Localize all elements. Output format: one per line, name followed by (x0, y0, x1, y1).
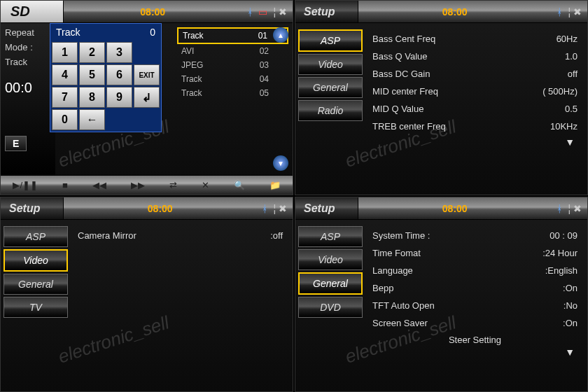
setting-row[interactable]: System Time :00 : 09 (370, 227, 580, 244)
sidebar-item-general[interactable]: General (4, 274, 68, 295)
sidebar-item-tv[interactable]: TV (4, 297, 68, 318)
track-row[interactable]: Track04 (177, 72, 288, 86)
clock: 08:00 (148, 203, 173, 214)
sidebar-item-video[interactable]: Video (298, 249, 363, 270)
key-blank (134, 42, 160, 63)
key-3[interactable]: 3 (106, 42, 132, 63)
setting-row[interactable]: TFT Auto Open:No (370, 297, 580, 314)
side-menu-asp: ASPVideoGeneralRadio (295, 23, 365, 195)
side-menu-general: ASPVideoGeneralDVD (295, 220, 365, 391)
mode-label: Mode : (5, 41, 51, 55)
clock: 08:00 (140, 6, 165, 18)
more-down-icon[interactable]: ▼ (370, 135, 580, 149)
track-label: Track (5, 55, 51, 70)
track-row[interactable]: Track05 (177, 86, 288, 100)
setting-row[interactable]: Camera Mirror:off (75, 227, 286, 244)
play-control-3[interactable]: ▶▶ (131, 180, 145, 190)
sidebar-item-dvd[interactable]: DVD (298, 297, 363, 318)
title-setup: Setup (1, 197, 64, 219)
play-control-4[interactable]: ⇄ (169, 180, 177, 190)
tools-icon[interactable]: ¦ ✖ (568, 203, 582, 214)
key-5[interactable]: 5 (79, 64, 105, 85)
scroll-down-icon[interactable]: ▼ (273, 155, 288, 171)
key-←[interactable]: ← (79, 109, 105, 130)
settings-video: Camera Mirror:off (71, 220, 293, 391)
key-EXIT[interactable]: EXIT (134, 64, 160, 85)
header: SD 08:00 ᚼ ▭ ¦ ✖ (1, 1, 293, 23)
e-button[interactable]: E (5, 136, 27, 151)
sidebar-item-asp[interactable]: ASP (298, 29, 363, 52)
key-blank (134, 109, 160, 130)
sidebar-item-video[interactable]: Video (4, 249, 68, 272)
more-down-icon[interactable]: ▼ (370, 345, 580, 359)
setting-row[interactable]: Bass DC Gainoff (370, 65, 580, 83)
screen-icon[interactable]: ▭ (258, 6, 267, 18)
play-control-0[interactable]: ▶/❚❚ (13, 180, 38, 190)
key-1[interactable]: 1 (52, 42, 78, 63)
bluetooth-icon[interactable]: ᚼ (262, 203, 267, 214)
key-0[interactable]: 0 (52, 109, 78, 130)
track-row[interactable]: Track01 (177, 27, 288, 44)
key-6[interactable]: 6 (106, 64, 132, 85)
bluetooth-icon[interactable]: ᚼ (247, 6, 253, 18)
tools-icon[interactable]: ¦ ✖ (568, 6, 582, 18)
clock: 08:00 (442, 203, 468, 214)
setup-asp-panel: Setup 08:00 ᚼ ¦ ✖ ASPVideoGeneralRadio B… (295, 0, 588, 195)
keypad-value: 0 (150, 27, 155, 38)
sidebar-item-asp[interactable]: ASP (298, 226, 363, 247)
play-control-7[interactable]: 📁 (270, 180, 281, 190)
setup-general-panel: Setup 08:00 ᚼ ¦ ✖ ASPVideoGeneralDVD Sys… (295, 197, 588, 392)
side-menu-video: ASPVideoGeneralTV (1, 220, 71, 391)
repeat-label: Repeat (5, 26, 51, 41)
sd-panel: SD 08:00 ᚼ ▭ ¦ ✖ Repeat Mode : Track 00:… (0, 0, 293, 195)
key-↲[interactable]: ↲ (134, 87, 160, 108)
key-2[interactable]: 2 (79, 42, 105, 63)
tools-icon[interactable]: ¦ ✖ (273, 203, 287, 214)
key-blank (106, 109, 132, 130)
play-control-5[interactable]: ✕ (202, 180, 209, 190)
track-row[interactable]: AVI02 (177, 44, 288, 58)
setting-row[interactable]: Bass Q Value1.0 (370, 48, 580, 65)
steer-setting[interactable]: Steer Setting (370, 332, 580, 345)
clock: 08:00 (442, 6, 468, 18)
keypad-grid: 123456EXIT789↲0← (50, 41, 161, 132)
sd-info: Repeat Mode : Track 00:0 (1, 23, 55, 175)
sidebar-item-general[interactable]: General (298, 272, 363, 295)
setting-row[interactable]: MID center Freq( 500Hz) (370, 83, 580, 100)
keypad-title: Track (56, 27, 80, 38)
setting-row[interactable]: Bepp:On (370, 279, 580, 297)
tools-icon[interactable]: ¦ ✖ (273, 6, 287, 18)
sidebar-item-video[interactable]: Video (298, 54, 363, 75)
key-8[interactable]: 8 (79, 87, 105, 108)
setting-row[interactable]: Time Fomat:24 Hour (370, 244, 580, 262)
setup-video-panel: Setup 08:00 ᚼ ¦ ✖ ASPVideoGeneralTV Came… (0, 197, 293, 392)
scroll-up-icon[interactable]: ▲ (273, 27, 288, 43)
track-row[interactable]: JPEG03 (177, 58, 288, 72)
sidebar-item-general[interactable]: General (298, 77, 363, 98)
play-control-1[interactable]: ■ (62, 180, 68, 190)
bluetooth-icon[interactable]: ᚼ (556, 6, 562, 18)
setting-row[interactable]: Bass Cent Freq60Hz (370, 30, 580, 48)
setting-row[interactable]: Language:English (370, 262, 580, 279)
key-9[interactable]: 9 (106, 87, 132, 108)
title-setup: Setup (295, 197, 358, 219)
title-setup: Setup (295, 1, 358, 22)
settings-asp: Bass Cent Freq60HzBass Q Value1.0Bass DC… (365, 23, 587, 195)
title-sd: SD (1, 1, 64, 22)
keypad-popup: Track 0 123456EXIT789↲0← (50, 23, 162, 132)
setting-row[interactable]: TREB center Freq10KHz (370, 118, 580, 135)
playbar: ▶/❚❚■◀◀▶▶⇄✕🔍📁 (1, 175, 293, 195)
key-7[interactable]: 7 (52, 87, 78, 108)
bluetooth-icon[interactable]: ᚼ (556, 203, 562, 214)
sidebar-item-asp[interactable]: ASP (4, 226, 68, 247)
play-control-6[interactable]: 🔍 (234, 180, 245, 190)
play-control-2[interactable]: ◀◀ (92, 180, 106, 190)
sidebar-item-radio[interactable]: Radio (298, 100, 363, 121)
setting-row[interactable]: MID Q Value0.5 (370, 100, 580, 118)
elapsed-time: 00:0 (5, 76, 51, 99)
settings-general: System Time :00 : 09Time Fomat:24 HourLa… (365, 220, 587, 391)
key-4[interactable]: 4 (52, 64, 78, 85)
setting-row[interactable]: Screen Saver:On (370, 314, 580, 332)
